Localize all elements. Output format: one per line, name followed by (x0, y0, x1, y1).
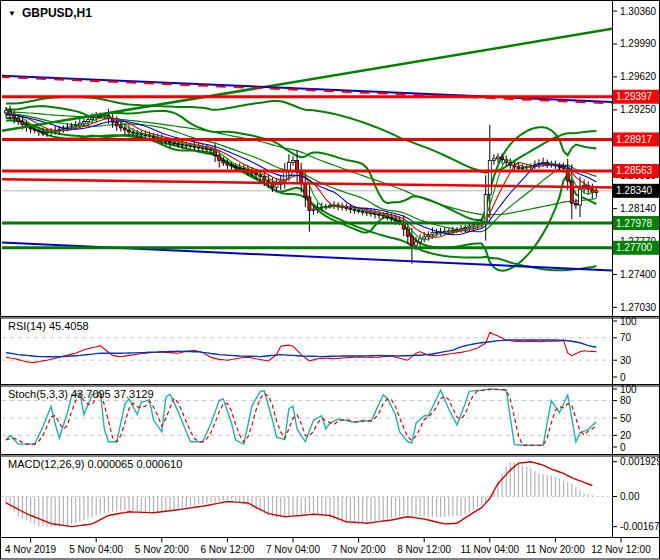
chart-canvas[interactable]: 1.303601.299901.296201.292501.288801.285… (0, 0, 660, 560)
axis-tick-label: 100 (620, 384, 637, 395)
price-axis[interactable]: 1.303601.299901.296201.292501.288801.285… (613, 6, 657, 313)
time-tick-label: 11 Nov 20:00 (526, 544, 585, 555)
axis-tick-label: 70 (620, 332, 632, 343)
time-tick-label: 5 Nov 04:00 (69, 544, 123, 555)
time-tick-label: 7 Nov 20:00 (332, 544, 386, 555)
axis-tick-label: 0.00 (620, 491, 640, 502)
rsi-plot[interactable] (2, 332, 612, 362)
pane-borders (1, 1, 660, 560)
price-badge-label: 1.28917 (616, 134, 653, 145)
alligator-layer (6, 114, 596, 240)
stoch-plot[interactable] (2, 389, 612, 445)
axis-tick-label: 0 (620, 442, 626, 453)
symbol-text: GBPUSD,H1 (22, 6, 92, 20)
rsi-line (6, 332, 596, 362)
axis-tick-label: 0 (620, 372, 626, 383)
time-axis[interactable]: 4 Nov 20195 Nov 04:005 Nov 20:006 Nov 12… (5, 538, 651, 556)
macd-plot[interactable] (2, 462, 612, 527)
axis-tick-label: 50 (620, 413, 632, 424)
axis-tick-label: 20 (620, 430, 632, 441)
price-tick-label: 1.29990 (620, 38, 657, 49)
price-tick-label: 1.27030 (620, 302, 657, 313)
macd-signal-line (6, 462, 592, 527)
macd-histogram (6, 462, 592, 526)
stoch-k-line (6, 389, 596, 445)
time-tick-label: 4 Nov 2019 (5, 544, 57, 555)
axis-tick-label: 80 (620, 395, 632, 406)
axis-tick-label: 30 (620, 355, 632, 366)
price-tick-label: 1.29620 (620, 71, 657, 82)
chart-dropdown-icon[interactable]: ▼ (8, 9, 16, 18)
price-tick-label: 1.28140 (620, 203, 657, 214)
axis-tick-label: -0.001673 (620, 521, 660, 532)
descending-red-dashed-upper[interactable] (0, 77, 660, 105)
price-badge-label: 1.28340 (616, 185, 653, 196)
time-tick-label: 11 Nov 04:00 (460, 544, 519, 555)
ascending-green-channel[interactable] (0, 21, 660, 131)
price-badge-label: 1.27700 (616, 242, 653, 253)
candles-layer (5, 106, 598, 264)
stoch-axis: 1008050200 (613, 384, 638, 453)
price-badge-label: 1.28563 (616, 165, 653, 176)
axis-tick-label: 100 (620, 316, 637, 327)
time-tick-label: 7 Nov 04:00 (266, 544, 320, 555)
chart-window: 1.303601.299901.296201.292501.288801.285… (0, 0, 660, 560)
time-tick-label: 6 Nov 12:00 (200, 544, 254, 555)
time-tick-label: 8 Nov 12:00 (397, 544, 451, 555)
rsi-axis: 10070300 (613, 316, 638, 383)
macd-axis: 0.0019290.00-0.001673 (613, 456, 660, 532)
price-badge-label: 1.29397 (616, 91, 653, 102)
time-tick-label: 12 Nov 12:00 (591, 544, 651, 555)
axis-tick-label: 0.001929 (620, 456, 660, 467)
price-tick-label: 1.30360 (620, 6, 657, 17)
price-tick-label: 1.29250 (620, 104, 657, 115)
main-pane-plot[interactable] (0, 21, 660, 273)
descending-blue-upper[interactable] (0, 76, 660, 104)
time-tick-label: 5 Nov 20:00 (135, 544, 189, 555)
price-tick-label: 1.27400 (620, 269, 657, 280)
symbol-label[interactable]: ▼GBPUSD,H1 (8, 6, 92, 20)
price-badge-label: 1.27978 (616, 218, 653, 229)
